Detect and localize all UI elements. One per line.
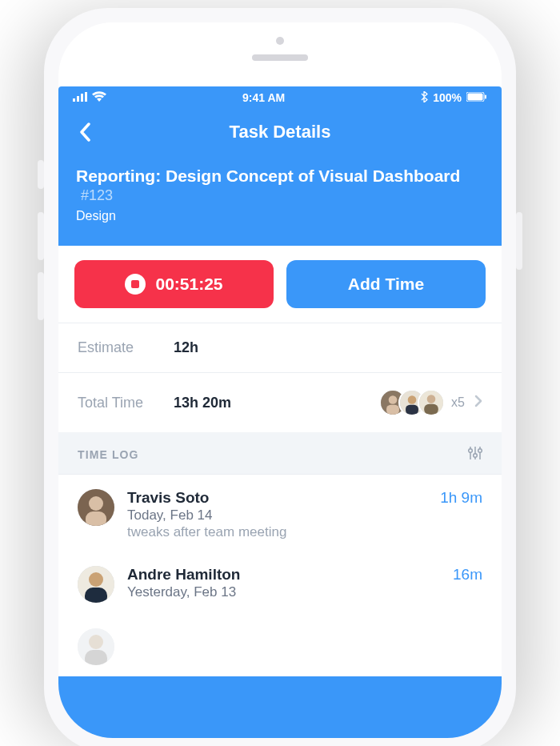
phone-power-button — [516, 212, 522, 270]
time-log-entry[interactable] — [58, 614, 502, 676]
phone-volume-up — [38, 212, 44, 260]
svg-rect-5 — [467, 94, 482, 101]
avatar — [78, 489, 114, 526]
wifi-icon — [92, 91, 106, 104]
contributor-count: x5 — [451, 395, 465, 410]
log-date: Yesterday, Feb 13 — [127, 584, 440, 600]
time-log-header: TIME LOG — [58, 432, 502, 474]
phone-volume-down — [38, 272, 44, 320]
phone-mute-switch — [38, 160, 44, 189]
svg-point-8 — [389, 396, 398, 405]
svg-point-21 — [478, 449, 482, 453]
svg-rect-24 — [86, 511, 106, 526]
chevron-right-icon — [474, 395, 482, 411]
svg-rect-3 — [85, 92, 87, 102]
estimate-value: 12h — [174, 339, 198, 356]
action-row: 00:51:25 Add Time — [58, 246, 502, 323]
time-log-list: Travis Soto Today, Feb 14 tweaks after t… — [58, 474, 502, 676]
avatar — [78, 628, 114, 665]
add-time-label: Add Time — [348, 275, 424, 294]
log-duration: 16m — [453, 566, 482, 584]
stop-icon — [125, 274, 146, 295]
app-screen: 9:41 AM 100% Task Details — [58, 86, 502, 738]
log-user-name: Andre Hamilton — [127, 566, 440, 584]
total-time-row[interactable]: Total Time 13h 20m — [58, 372, 502, 432]
avatar — [418, 389, 445, 416]
stop-timer-button[interactable]: 00:51:25 — [74, 260, 274, 308]
svg-point-26 — [89, 572, 103, 587]
timer-value: 00:51:25 — [155, 275, 222, 294]
time-log-entry[interactable]: Andre Hamilton Yesterday, Feb 13 16m — [58, 551, 502, 614]
page-title: Task Details — [230, 122, 331, 142]
add-time-button[interactable]: Add Time — [286, 260, 486, 308]
filter-icon[interactable] — [468, 447, 482, 463]
svg-point-19 — [474, 454, 478, 458]
total-time-label: Total Time — [78, 395, 174, 411]
total-time-value: 13h 20m — [174, 395, 231, 411]
svg-point-23 — [89, 496, 103, 511]
svg-rect-12 — [406, 405, 418, 415]
back-button[interactable] — [73, 120, 97, 144]
phone-speaker — [252, 54, 308, 61]
task-reference: #123 — [81, 187, 113, 203]
phone-camera — [276, 37, 284, 45]
estimate-label: Estimate — [78, 339, 174, 356]
content-area: 00:51:25 Add Time Estimate 12h Total Tim… — [58, 246, 502, 676]
task-header: Reporting: Design Concept of Visual Dash… — [58, 155, 502, 246]
log-date: Today, Feb 14 — [127, 507, 427, 523]
signal-icon — [73, 91, 87, 104]
chevron-left-icon — [79, 122, 90, 142]
log-user-name: Travis Soto — [127, 489, 427, 507]
svg-rect-30 — [85, 650, 107, 665]
svg-rect-15 — [424, 404, 438, 415]
svg-point-17 — [469, 449, 473, 453]
svg-point-14 — [427, 395, 436, 404]
task-category: Design — [76, 209, 484, 223]
svg-point-29 — [89, 635, 103, 649]
phone-frame: 9:41 AM 100% Task Details — [44, 8, 516, 746]
bluetooth-icon — [421, 91, 428, 105]
avatar — [78, 566, 114, 603]
status-time: 9:41 AM — [242, 91, 285, 104]
estimate-row: Estimate 12h — [58, 323, 502, 372]
log-note: tweaks after team meeting — [127, 524, 427, 540]
nav-bar: Task Details — [58, 109, 502, 155]
svg-rect-27 — [85, 588, 107, 603]
svg-rect-0 — [73, 98, 75, 102]
log-duration: 1h 9m — [440, 489, 482, 507]
task-title: Reporting: Design Concept of Visual Dash… — [76, 166, 460, 185]
contributor-avatars — [379, 389, 445, 416]
svg-rect-2 — [81, 94, 83, 102]
status-bar: 9:41 AM 100% — [58, 86, 502, 109]
svg-rect-6 — [485, 95, 486, 99]
svg-point-11 — [408, 396, 417, 405]
time-log-entry[interactable]: Travis Soto Today, Feb 14 tweaks after t… — [58, 475, 502, 551]
svg-rect-1 — [77, 96, 79, 102]
time-log-label: TIME LOG — [78, 448, 139, 461]
svg-rect-9 — [386, 405, 399, 415]
battery-percent: 100% — [433, 91, 462, 104]
battery-icon — [466, 91, 487, 104]
